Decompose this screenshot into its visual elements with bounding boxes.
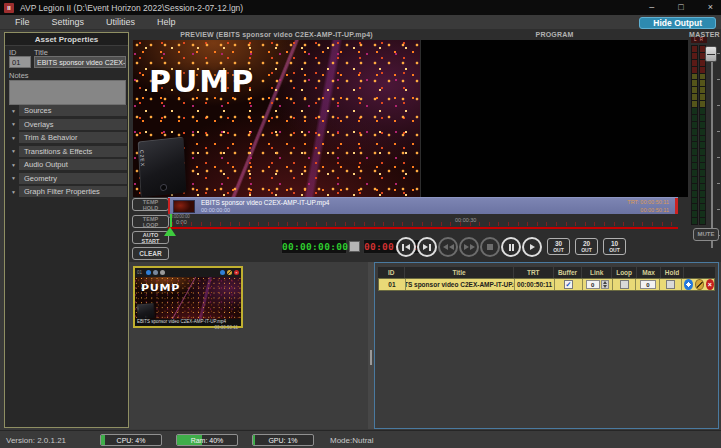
section-label: Trim & Behavior [19,132,127,143]
menu-file[interactable]: File [4,15,41,30]
fast-forward-button[interactable] [459,237,479,257]
timeline-duration-line [168,227,678,229]
col-id[interactable]: ID [378,267,404,278]
play-button[interactable] [522,237,542,257]
clip-in-timecode: 00:00:00:00 [201,207,230,213]
section-transitions-effects[interactable]: ▼ Transitions & Effects [8,146,127,157]
playlist-header-row: ID Title TRT Buffer Link Loop Max Hold [378,267,715,278]
status-dot-icon[interactable] [160,270,165,275]
section-audio-output[interactable]: ▼ Audio Output [8,159,127,170]
clip-card-id: 01 [137,270,142,275]
minimize-button[interactable]: – [649,0,654,15]
col-actions [684,267,715,278]
section-overlays[interactable]: ▼ Overlays [8,119,127,130]
master-fader-track[interactable] [711,47,713,248]
chevron-down-icon: ▼ [8,121,19,127]
master-fader-handle[interactable] [705,46,717,62]
chevron-down-icon: ▼ [8,189,19,195]
col-max[interactable]: Max [637,267,660,278]
clip-card-thumbnail: PUMP C2EX [135,277,241,319]
preview-icon[interactable] [684,279,692,290]
section-label: Transitions & Effects [19,146,127,157]
section-label: Graph Filter Properties [19,186,127,197]
timeline-clip-bar[interactable]: EBITS sponsor video C2EX-AMP-IT-UP.mp4 0… [168,197,678,214]
speaker-cabinet: C2EX [138,137,187,197]
cue-icon[interactable] [227,270,232,275]
clip-title: EBITS sponsor video C2EX-AMP-IT-UP.mp4 [201,199,329,206]
close-button[interactable]: × [708,0,713,15]
chevron-down-icon: ▼ [8,148,19,154]
status-dot-icon[interactable] [146,270,151,275]
section-label: Geometry [19,173,127,184]
mode-label: Mode:Nutral [330,436,374,445]
col-title[interactable]: Title [405,267,512,278]
video-overlay-text: PUMP [149,64,255,99]
clip-card-trt: 00:00:50:11 [215,325,238,330]
menu-settings[interactable]: Settings [41,15,96,30]
elapsed-timecode: 00:00:00:00 [281,239,347,254]
menu-bar: File Settings Utilities Help [0,15,721,30]
clip-card[interactable]: 01 × PUMP C2EX EBITS sponsor video C2EX-… [133,266,243,328]
delete-icon[interactable]: × [234,270,239,275]
asset-id-field[interactable] [9,56,31,68]
chevron-down-icon: ▼ [8,162,19,168]
menu-utilities[interactable]: Utilities [95,15,146,30]
clear-button[interactable]: CLEAR [132,247,169,260]
section-label: Audio Output [19,159,127,170]
hold-checkbox[interactable] [666,280,675,289]
notes-field[interactable] [9,80,126,105]
master-meter-right [699,45,706,225]
pause-button[interactable] [501,237,521,257]
row-id: 01 [379,279,406,290]
row-hold-cell [660,279,682,290]
max-value-field[interactable]: 0 [640,280,656,289]
out-20-button[interactable]: 20OUT [575,238,598,255]
ram-meter: Ram: 40% [176,434,238,446]
row-actions-cell: × [682,279,714,290]
transport-state-icon [349,241,360,252]
asset-properties-panel: Asset Properties ID Title Notes ▼ Source… [4,32,129,428]
chevron-down-icon: ▼ [8,175,19,181]
cue-icon[interactable] [695,279,704,290]
loop-checkbox[interactable] [620,280,629,289]
title-bar: II AVP Legion II (D:\Event Horizon 2022\… [0,0,721,15]
playhead-line [170,214,172,227]
chevron-down-icon: ▼ [8,135,19,141]
clip-card-header: 01 × [135,268,241,277]
cpu-meter: CPU: 4% [100,434,162,446]
mute-button[interactable]: MUTE [693,228,719,241]
link-stepper[interactable] [601,280,609,289]
col-trt[interactable]: TRT [514,267,553,278]
delete-icon[interactable]: × [706,279,714,290]
maximize-button[interactable]: □ [678,0,683,15]
col-buffer[interactable]: Buffer [554,267,581,278]
col-loop[interactable]: Loop [612,267,635,278]
out-30-button[interactable]: 30OUT [547,238,570,255]
stop-button[interactable] [480,237,500,257]
buffer-checkbox[interactable]: ✓ [564,280,573,289]
asset-title-field[interactable] [34,56,126,68]
playhead-handle[interactable] [164,227,176,236]
menu-help[interactable]: Help [146,15,187,30]
section-geometry[interactable]: ▼ Geometry [8,173,127,184]
col-hold[interactable]: Hold [661,267,682,278]
status-dot-icon[interactable] [153,270,158,275]
out-10-button[interactable]: 10OUT [603,238,626,255]
status-bar: Version: 2.0.1.21 CPU: 4% Ram: 40% GPU: … [0,430,721,448]
rewind-button[interactable] [438,237,458,257]
app-window: II AVP Legion II (D:\Event Horizon 2022\… [0,0,721,448]
hide-output-button[interactable]: Hide Output [639,17,716,30]
skip-to-end-button[interactable] [417,237,437,257]
skip-to-start-button[interactable] [396,237,416,257]
section-sources[interactable]: ▼ Sources [8,105,127,116]
section-graph-filter-properties[interactable]: ▼ Graph Filter Properties [8,186,127,197]
section-label: Overlays [19,119,127,130]
link-value-field[interactable]: 0 [586,280,600,289]
preview-icon[interactable] [220,270,225,275]
section-trim-behavior[interactable]: ▼ Trim & Behavior [8,132,127,143]
col-link[interactable]: Link [582,267,611,278]
temp-hold-button[interactable]: TEMPHOLD [132,198,169,211]
section-label: Sources [19,105,127,116]
meter-channel-label: L R [691,37,707,43]
playlist-row[interactable]: 01 EBITS sponsor video C2EX-AMP-IT-UP.mp… [378,278,715,291]
